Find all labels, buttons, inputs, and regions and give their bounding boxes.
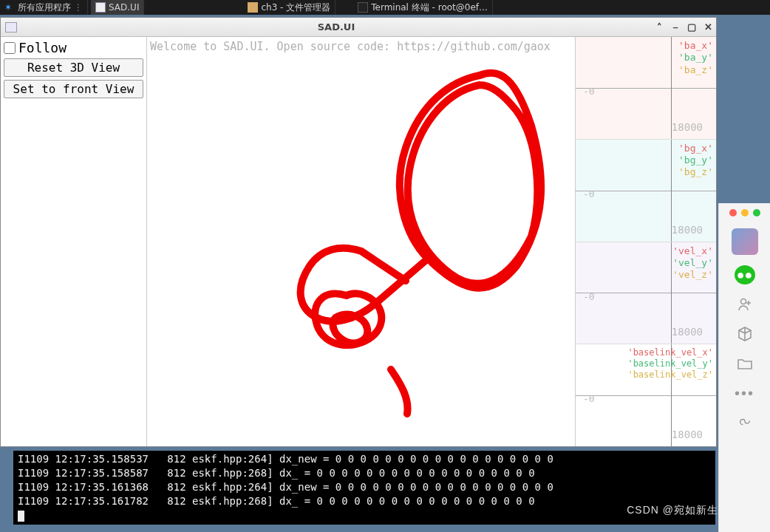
plot-zero: -0 — [583, 393, 595, 404]
task-item-sadui[interactable]: SAD.UI — [91, 0, 144, 15]
task-item-files[interactable]: ch3 - 文件管理器 — [243, 0, 335, 15]
app-icon — [5, 22, 17, 33]
follow-label: Follow — [18, 40, 67, 55]
plot-xtick: 18000 — [672, 429, 703, 440]
front-view-button[interactable]: Set to front View — [4, 80, 143, 98]
plot-vel[interactable]: -0 'vel_x' 'vel_y' 'vel_z' 18000 — [576, 242, 716, 344]
close-button[interactable]: ✕ — [701, 21, 715, 33]
task-label: ch3 - 文件管理器 — [261, 1, 330, 14]
plot-legend: 'ba_x' 'ba_y' 'ba_z' — [678, 40, 713, 76]
more-icon[interactable]: ••• — [735, 383, 754, 403]
side-dock: ●● ••• — [718, 203, 770, 532]
max-dot-icon[interactable] — [753, 209, 760, 216]
term-line: I1109 12:17:35.158537 812 eskf.hpp:264] … — [18, 453, 553, 465]
watermark: CSDN @宛如新生 — [627, 504, 718, 517]
sadui-window: SAD.UI ˄ – ▢ ✕ Follow Reset 3D View Set … — [0, 17, 717, 447]
task-label: SAD.UI — [109, 2, 139, 13]
plot-zero: -0 — [583, 291, 595, 302]
3d-viewport[interactable]: Welcome to SAD.UI. Open source code: htt… — [147, 37, 576, 446]
follow-checkbox-row[interactable]: Follow — [4, 40, 143, 55]
term-line: I1109 12:17:35.161368 812 eskf.hpp:264] … — [18, 481, 553, 493]
cube-icon[interactable] — [735, 324, 754, 344]
folder-icon[interactable] — [735, 354, 754, 373]
trajectory-path — [236, 59, 553, 429]
plot-zero: -0 — [583, 188, 595, 200]
plot-legend: 'vel_x' 'vel_y' 'vel_z' — [672, 245, 713, 282]
plot-xtick: 18000 — [672, 121, 703, 133]
contacts-icon[interactable] — [735, 295, 754, 314]
close-dot-icon[interactable] — [729, 209, 737, 216]
terminal-output[interactable]: I1109 12:17:35.158537 812 eskf.hpp:264] … — [13, 451, 715, 525]
apps-label: 所有应用程序 — [18, 1, 71, 14]
reset-3d-button[interactable]: Reset 3D View — [4, 58, 143, 77]
apps-icon: ✶ — [4, 2, 15, 13]
term-line: I1109 12:17:35.158587 812 eskf.hpp:268] … — [18, 467, 535, 479]
plot-legend: 'baselink_vel_x' 'baselink_vel_y' 'basel… — [627, 347, 713, 381]
plot-baselink[interactable]: -0 'baselink_vel_x' 'baselink_vel_y' 'ba… — [576, 344, 716, 446]
window-icon — [95, 2, 106, 13]
task-label: Terminal 终端 - root@0ef… — [371, 1, 488, 14]
maximize-button[interactable]: ▢ — [685, 21, 698, 33]
traffic-lights[interactable] — [729, 208, 760, 218]
control-panel: Follow Reset 3D View Set to front View — [1, 37, 147, 446]
taskbar: ✶ 所有应用程序 ⋮ SAD.UI ch3 - 文件管理器 Terminal 终… — [0, 0, 770, 15]
svg-point-0 — [740, 299, 746, 304]
plot-xtick: 18000 — [672, 326, 703, 338]
welcome-text: Welcome to SAD.UI. Open source code: htt… — [150, 40, 551, 53]
min-dot-icon[interactable] — [741, 209, 749, 216]
apps-menu[interactable]: ✶ 所有应用程序 ⋮ — [0, 0, 88, 15]
avatar[interactable] — [732, 228, 758, 255]
plot-panel: -0 'ba_x' 'ba_y' 'ba_z' 18000 -0 'bg_x' … — [576, 37, 716, 446]
follow-checkbox[interactable] — [4, 42, 16, 54]
plot-bg[interactable]: -0 'bg_x' 'bg_y' 'bg_z' 18000 — [576, 139, 716, 242]
plot-ba[interactable]: -0 'ba_x' 'ba_y' 'ba_z' 18000 — [576, 37, 716, 139]
terminal-cursor — [18, 511, 24, 522]
plot-xtick: 18000 — [672, 224, 703, 236]
terminal-icon — [358, 2, 368, 13]
chat-icon[interactable]: ●● — [735, 265, 755, 284]
titlebar[interactable]: SAD.UI ˄ – ▢ ✕ — [1, 18, 716, 37]
plot-zero: -0 — [583, 86, 595, 97]
window-title: SAD.UI — [21, 21, 651, 33]
rollup-button[interactable]: ˄ — [653, 21, 666, 33]
term-line: I1109 12:17:35.161782 812 eskf.hpp:268] … — [18, 495, 535, 507]
miniprogram-icon[interactable] — [735, 413, 754, 432]
plot-legend: 'bg_x' 'bg_y' 'bg_z' — [678, 143, 713, 179]
folder-icon — [248, 2, 258, 13]
menu-chevron-icon: ⋮ — [74, 2, 83, 13]
minimize-button[interactable]: – — [669, 21, 682, 33]
task-item-terminal[interactable]: Terminal 终端 - root@0ef… — [353, 0, 493, 15]
window-body: Follow Reset 3D View Set to front View W… — [1, 37, 716, 446]
